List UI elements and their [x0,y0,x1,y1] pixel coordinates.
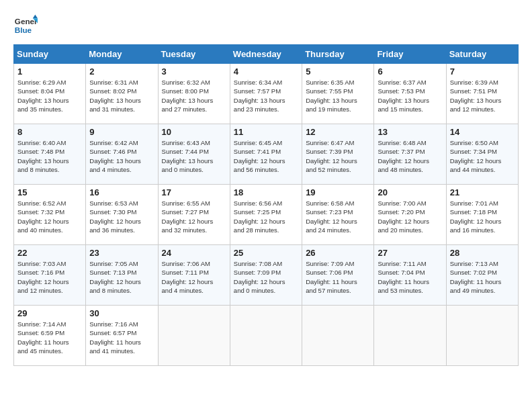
day-number: 4 [234,66,298,77]
day-number: 21 [450,187,515,197]
calendar-day-cell: 4Sunrise: 6:34 AM Sunset: 7:57 PM Daylig… [230,64,302,124]
header: General Blue [13,13,519,38]
day-number: 8 [17,127,82,137]
column-header-saturday: Saturday [446,45,518,64]
calendar-day-cell [446,306,518,366]
day-number: 29 [17,308,82,318]
day-number: 1 [17,66,82,77]
calendar-day-cell: 28Sunrise: 7:13 AM Sunset: 7:02 PM Dayli… [446,245,518,306]
day-number: 15 [17,187,82,197]
day-number: 19 [306,187,370,197]
day-info: Sunrise: 6:50 AM Sunset: 7:34 PM Dayligh… [450,138,515,174]
column-header-thursday: Thursday [302,45,374,64]
day-number: 20 [378,187,442,197]
calendar-day-cell: 14Sunrise: 6:50 AM Sunset: 7:34 PM Dayli… [446,124,518,185]
day-info: Sunrise: 7:14 AM Sunset: 6:59 PM Dayligh… [17,320,82,355]
calendar-week-row: 22Sunrise: 7:03 AM Sunset: 7:16 PM Dayli… [14,245,519,306]
day-number: 11 [234,127,298,137]
day-info: Sunrise: 6:58 AM Sunset: 7:23 PM Dayligh… [306,199,370,234]
day-info: Sunrise: 6:39 AM Sunset: 7:51 PM Dayligh… [450,78,515,113]
day-number: 24 [162,248,226,258]
day-info: Sunrise: 6:53 AM Sunset: 7:30 PM Dayligh… [89,199,154,234]
day-info: Sunrise: 6:45 AM Sunset: 7:41 PM Dayligh… [234,138,298,174]
day-info: Sunrise: 7:11 AM Sunset: 7:04 PM Dayligh… [378,259,442,295]
calendar-day-cell: 22Sunrise: 7:03 AM Sunset: 7:16 PM Dayli… [14,245,86,306]
day-number: 9 [89,127,154,137]
day-info: Sunrise: 7:09 AM Sunset: 7:06 PM Dayligh… [306,259,370,295]
day-number: 26 [306,248,370,258]
calendar-day-cell: 23Sunrise: 7:05 AM Sunset: 7:13 PM Dayli… [86,245,158,306]
day-number: 12 [306,127,370,137]
day-info: Sunrise: 7:13 AM Sunset: 7:02 PM Dayligh… [450,259,515,295]
day-info: Sunrise: 6:34 AM Sunset: 7:57 PM Dayligh… [234,78,298,113]
day-number: 2 [89,66,154,77]
calendar-week-row: 1Sunrise: 6:29 AM Sunset: 8:04 PM Daylig… [14,64,519,124]
calendar-day-cell: 24Sunrise: 7:06 AM Sunset: 7:11 PM Dayli… [158,245,230,306]
day-number: 18 [234,187,298,197]
calendar-day-cell: 12Sunrise: 6:47 AM Sunset: 7:39 PM Dayli… [302,124,374,185]
day-info: Sunrise: 6:55 AM Sunset: 7:27 PM Dayligh… [162,199,226,234]
day-number: 10 [162,127,226,137]
calendar-day-cell: 25Sunrise: 7:08 AM Sunset: 7:09 PM Dayli… [230,245,302,306]
day-info: Sunrise: 6:52 AM Sunset: 7:32 PM Dayligh… [17,199,82,234]
calendar-day-cell: 1Sunrise: 6:29 AM Sunset: 8:04 PM Daylig… [14,64,86,124]
calendar-day-cell: 21Sunrise: 7:01 AM Sunset: 7:18 PM Dayli… [446,185,518,245]
day-info: Sunrise: 6:56 AM Sunset: 7:25 PM Dayligh… [234,199,298,234]
calendar-day-cell: 26Sunrise: 7:09 AM Sunset: 7:06 PM Dayli… [302,245,374,306]
day-info: Sunrise: 6:47 AM Sunset: 7:39 PM Dayligh… [306,138,370,174]
calendar-day-cell: 15Sunrise: 6:52 AM Sunset: 7:32 PM Dayli… [14,185,86,245]
calendar-day-cell: 2Sunrise: 6:31 AM Sunset: 8:02 PM Daylig… [86,64,158,124]
day-number: 16 [89,187,154,197]
day-number: 30 [89,308,154,318]
calendar-day-cell: 5Sunrise: 6:35 AM Sunset: 7:55 PM Daylig… [302,64,374,124]
day-number: 22 [17,248,82,258]
calendar-week-row: 29Sunrise: 7:14 AM Sunset: 6:59 PM Dayli… [14,306,519,366]
day-number: 23 [89,248,154,258]
calendar-table: SundayMondayTuesdayWednesdayThursdayFrid… [13,44,519,366]
day-info: Sunrise: 6:31 AM Sunset: 8:02 PM Dayligh… [89,78,154,113]
calendar-day-cell: 10Sunrise: 6:43 AM Sunset: 7:44 PM Dayli… [158,124,230,185]
day-number: 5 [306,66,370,77]
day-number: 7 [450,66,515,77]
column-header-sunday: Sunday [14,45,86,64]
column-header-monday: Monday [86,45,158,64]
calendar-day-cell [374,306,446,366]
day-info: Sunrise: 6:37 AM Sunset: 7:53 PM Dayligh… [378,78,442,113]
day-number: 3 [162,66,226,77]
day-number: 13 [378,127,442,137]
logo-icon: General Blue [13,13,38,38]
calendar-week-row: 15Sunrise: 6:52 AM Sunset: 7:32 PM Dayli… [14,185,519,245]
column-header-friday: Friday [374,45,446,64]
calendar-day-cell: 17Sunrise: 6:55 AM Sunset: 7:27 PM Dayli… [158,185,230,245]
logo: General Blue [13,13,38,38]
calendar-day-cell [230,306,302,366]
calendar-day-cell: 13Sunrise: 6:48 AM Sunset: 7:37 PM Dayli… [374,124,446,185]
calendar-day-cell: 7Sunrise: 6:39 AM Sunset: 7:51 PM Daylig… [446,64,518,124]
calendar-header-row: SundayMondayTuesdayWednesdayThursdayFrid… [14,45,519,64]
svg-text:Blue: Blue [15,26,32,34]
day-info: Sunrise: 6:32 AM Sunset: 8:00 PM Dayligh… [162,78,226,113]
calendar-day-cell: 29Sunrise: 7:14 AM Sunset: 6:59 PM Dayli… [14,306,86,366]
day-info: Sunrise: 7:01 AM Sunset: 7:18 PM Dayligh… [450,199,515,234]
calendar-day-cell: 3Sunrise: 6:32 AM Sunset: 8:00 PM Daylig… [158,64,230,124]
calendar-day-cell: 8Sunrise: 6:40 AM Sunset: 7:48 PM Daylig… [14,124,86,185]
calendar-day-cell: 27Sunrise: 7:11 AM Sunset: 7:04 PM Dayli… [374,245,446,306]
day-info: Sunrise: 6:40 AM Sunset: 7:48 PM Dayligh… [17,138,82,174]
calendar-day-cell [302,306,374,366]
calendar-day-cell: 30Sunrise: 7:16 AM Sunset: 6:57 PM Dayli… [86,306,158,366]
day-number: 25 [234,248,298,258]
calendar-week-row: 8Sunrise: 6:40 AM Sunset: 7:48 PM Daylig… [14,124,519,185]
column-header-wednesday: Wednesday [230,45,302,64]
calendar-day-cell: 18Sunrise: 6:56 AM Sunset: 7:25 PM Dayli… [230,185,302,245]
day-info: Sunrise: 7:08 AM Sunset: 7:09 PM Dayligh… [234,259,298,295]
day-info: Sunrise: 7:00 AM Sunset: 7:20 PM Dayligh… [378,199,442,234]
column-header-tuesday: Tuesday [158,45,230,64]
day-number: 6 [378,66,442,77]
calendar-day-cell: 16Sunrise: 6:53 AM Sunset: 7:30 PM Dayli… [86,185,158,245]
day-number: 27 [378,248,442,258]
day-number: 28 [450,248,515,258]
calendar-day-cell: 9Sunrise: 6:42 AM Sunset: 7:46 PM Daylig… [86,124,158,185]
calendar-day-cell: 20Sunrise: 7:00 AM Sunset: 7:20 PM Dayli… [374,185,446,245]
day-info: Sunrise: 7:06 AM Sunset: 7:11 PM Dayligh… [162,259,226,295]
day-info: Sunrise: 6:43 AM Sunset: 7:44 PM Dayligh… [162,138,226,174]
